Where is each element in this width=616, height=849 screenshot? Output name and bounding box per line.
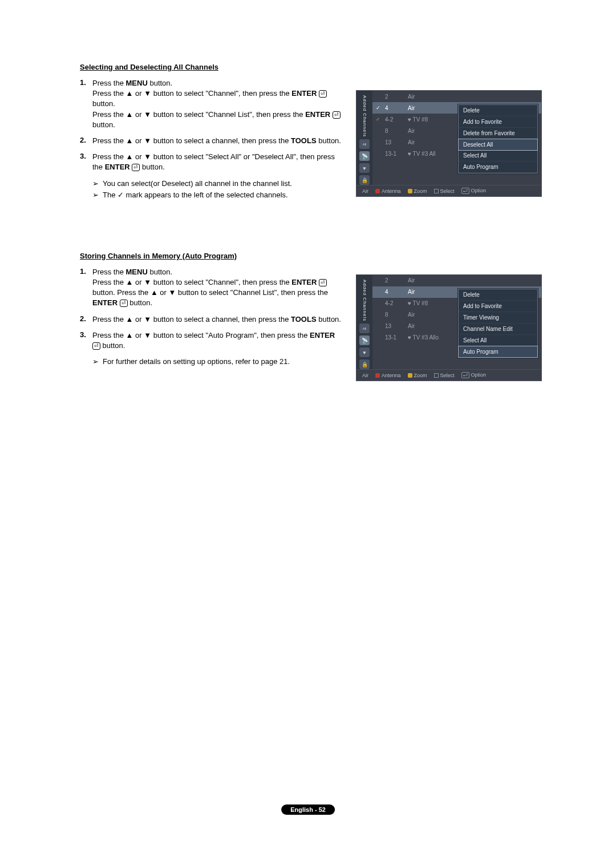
menu-item: Add to Favorite (459, 116, 537, 128)
note-icon: ➢ (92, 357, 103, 367)
channel-number: 4-2 (385, 116, 404, 123)
step: 2.Press the ▲ or ▼ button to select a ch… (80, 136, 342, 146)
step-number: 3. (80, 152, 92, 172)
footer-option: ⮐Option (461, 372, 487, 378)
osd-sidebar: Added Channels 📡 ♥ 🔒 (356, 275, 372, 369)
channel-list: DeleteAdd to FavoriteDelete from Favorit… (372, 91, 541, 185)
step-text: Press the ▲ or ▼ button to select "Selec… (92, 152, 342, 172)
menu-item: Timer Viewing (459, 312, 537, 324)
heart-icon: ♥ (359, 163, 370, 173)
osd-footer: Air Antenna Zoom Select ⮐Option (356, 369, 541, 381)
heart-icon: ♥ (359, 347, 370, 357)
lock-icon: 🔒 (359, 175, 370, 185)
channel-number: 4-2 (385, 300, 404, 306)
footer-antenna: Antenna (375, 188, 401, 194)
sidebar-label: Added Channels (362, 94, 367, 137)
channel-number: 13 (385, 139, 404, 145)
check-icon: ✓ (376, 116, 382, 122)
step-number: 1. (80, 78, 92, 130)
menu-item: Add to Favorite (459, 301, 537, 312)
step: 2.Press the ▲ or ▼ button to select a ch… (80, 314, 342, 325)
menu-item: Delete from Favorite (459, 128, 537, 139)
step: 3.Press the ▲ or ▼ button to select "Sel… (80, 152, 342, 172)
sidebar-label: Added Channels (362, 278, 367, 321)
footer-zoom: Zoom (408, 188, 427, 194)
step-text: Press the MENU button.Press the ▲ or ▼ b… (92, 78, 342, 130)
channel-number: 4 (385, 105, 404, 111)
step-text: Press the ▲ or ▼ button to select a chan… (92, 136, 342, 146)
osd-screenshot: Added Channels 📡 ♥ 🔒 DeleteAdd to Favori… (356, 90, 542, 197)
channel-number: 8 (385, 312, 404, 318)
step-text: Press the ▲ or ▼ button to select a chan… (92, 314, 342, 325)
note: ➢The ✓ mark appears to the left of the s… (80, 190, 342, 200)
footer-air: Air (362, 373, 368, 378)
section-heading: Storing Channels in Memory (Auto Program… (80, 252, 542, 260)
channel-number: 13-1 (385, 151, 404, 157)
step: 1.Press the MENU button.Press the ▲ or ▼… (80, 267, 342, 309)
osd-sidebar: Added Channels 📡 ♥ 🔒 (356, 91, 372, 185)
step: 3.Press the ▲ or ▼ button to select "Aut… (80, 330, 342, 351)
channel-row: 2Air (372, 275, 541, 286)
channel-number: 13 (385, 323, 404, 329)
step-text: Press the MENU button.Press the ▲ or ▼ b… (92, 267, 342, 309)
channel-number: 2 (385, 94, 404, 100)
osd-screenshot: Added Channels 📡 ♥ 🔒 DeleteAdd to Favori… (356, 274, 542, 381)
note: ➢For further details on setting up optio… (80, 357, 342, 367)
step-number: 3. (80, 330, 92, 351)
menu-item: Deselect All (458, 139, 538, 151)
section-auto-program: Storing Channels in Memory (Auto Program… (80, 252, 542, 367)
channel-name: Air (408, 94, 538, 100)
footer-select: Select (434, 373, 455, 378)
context-menu: DeleteAdd to FavoriteTimer ViewingChanne… (458, 289, 538, 358)
section-heading: Selecting and Deselecting All Channels (80, 63, 542, 71)
footer-option: ⮐Option (461, 188, 487, 194)
note-icon: ➢ (92, 190, 103, 200)
lock-icon: 🔒 (359, 359, 370, 369)
footer-select: Select (434, 188, 455, 194)
step-number: 1. (80, 267, 92, 309)
step-number: 2. (80, 136, 92, 146)
menu-item: Delete (459, 289, 537, 301)
menu-item: Auto Program (459, 161, 537, 173)
menu-item: Auto Program (458, 346, 538, 358)
step-number: 2. (80, 314, 92, 325)
menu-item: Channel Name Edit (459, 324, 537, 335)
channel-number: 2 (385, 277, 404, 284)
osd-footer: Air Antenna Zoom Select ⮐Option (356, 185, 541, 196)
note-text: The ✓ mark appears to the left of the se… (103, 190, 288, 200)
all-icon (359, 324, 370, 333)
channel-number: 8 (385, 128, 404, 134)
channel-name: Air (408, 277, 538, 284)
note-text: You can select(or Deselect) all channel … (103, 179, 292, 189)
step: 1.Press the MENU button.Press the ▲ or ▼… (80, 78, 342, 130)
section-select-deselect: Selecting and Deselecting All Channels 1… (80, 63, 542, 200)
footer-antenna: Antenna (375, 373, 401, 378)
footer-zoom: Zoom (408, 373, 427, 378)
footer-air: Air (362, 188, 368, 194)
antenna-icon: 📡 (359, 335, 370, 345)
step-text: Press the ▲ or ▼ button to select "Auto … (92, 330, 342, 351)
channel-number: 13-1 (385, 334, 404, 341)
channel-row: 2Air (372, 91, 541, 102)
menu-item: Select All (459, 335, 537, 346)
page-number: English - 52 (281, 804, 335, 815)
channel-number: 4 (385, 289, 404, 295)
channel-list: DeleteAdd to FavoriteTimer ViewingChanne… (372, 275, 541, 369)
check-icon: ✓ (376, 105, 382, 111)
context-menu: DeleteAdd to FavoriteDelete from Favorit… (458, 104, 538, 173)
note-icon: ➢ (92, 179, 103, 189)
menu-item: Select All (459, 150, 537, 161)
all-icon (359, 139, 370, 149)
antenna-icon: 📡 (359, 151, 370, 161)
note: ➢You can select(or Deselect) all channel… (80, 179, 342, 189)
note-text: For further details on setting up option… (103, 357, 290, 367)
menu-item: Delete (459, 105, 537, 116)
